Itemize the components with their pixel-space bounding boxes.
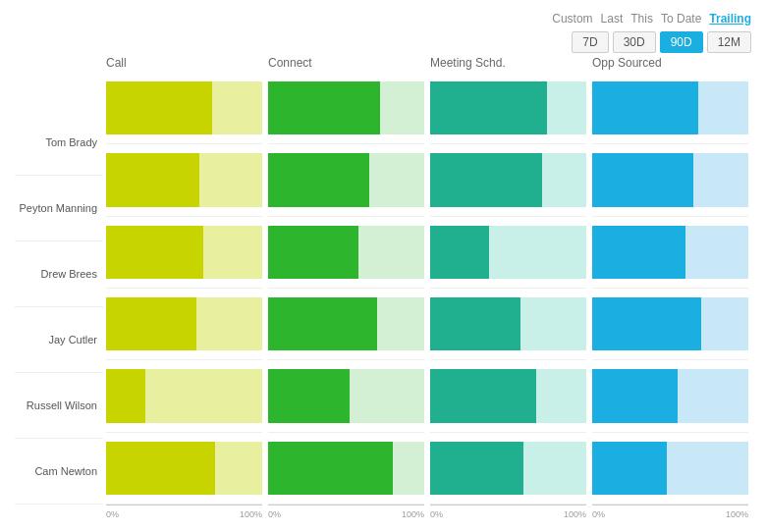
period-custom[interactable]: Custom [552,12,592,26]
main-title [15,10,552,35]
bar-wrap [592,369,748,422]
bar-row [106,144,262,216]
metric-header-1: Connect [268,53,424,73]
top-section: Custom Last This To Date Trailing 7D 30D… [15,10,751,53]
period-trailing[interactable]: Trailing [709,12,751,26]
axis-start: 0% [430,509,443,519]
bar-row [106,289,262,360]
metric-header-0: Call [106,53,262,73]
all-charts: Tom BradyPeyton ManningDrew BreesJay Cut… [15,53,751,522]
axis-start: 0% [106,509,119,519]
period-tabs: Custom Last This To Date Trailing [552,12,751,26]
bar-wrap [106,153,262,206]
bar-wrap [268,81,424,134]
bar-fill [430,153,542,206]
bar-row [106,433,262,505]
bar-wrap [268,297,424,350]
axis-end: 100% [726,509,748,519]
bar-fill [592,153,693,206]
bar-fill [106,297,196,350]
bar-fill [268,226,358,279]
bar-wrap [106,297,262,350]
bar-row [268,217,424,289]
bar-fill [592,81,698,134]
bar-wrap [268,369,424,422]
axis-start: 0% [592,509,605,519]
metric-bars-3 [592,73,748,505]
bar-fill [430,442,523,495]
bar-fill [268,81,380,134]
range-buttons: 7D 30D 90D 12M [572,31,751,53]
bar-row [106,360,262,432]
controls: Custom Last This To Date Trailing 7D 30D… [552,12,751,53]
bar-row [592,144,748,216]
bar-row [592,433,748,505]
bar-wrap [430,226,586,279]
bar-row [430,433,586,505]
bar-wrap [592,442,748,495]
bar-fill [592,442,667,495]
bar-wrap [106,369,262,422]
metric-col-meeting-schd.: Meeting Schd.0%100% [427,53,589,522]
bar-fill [430,81,547,134]
bar-row [268,289,424,360]
bar-wrap [268,226,424,279]
metric-header-2: Meeting Schd. [430,53,586,73]
bar-wrap [592,153,748,206]
range-7d[interactable]: 7D [572,31,608,53]
bar-wrap [268,153,424,206]
bar-row [106,73,262,144]
bar-fill [430,226,489,279]
person-name: Drew Brees [15,241,103,307]
person-name: Cam Newton [15,439,103,505]
bar-row [430,144,586,216]
period-this[interactable]: This [630,12,653,26]
range-12m[interactable]: 12M [707,31,751,53]
bar-fill [106,442,215,495]
person-name: Russell Wilson [15,373,103,439]
axis-footer: 0%100% [106,505,262,522]
axis-footer: 0%100% [592,505,748,522]
bar-row [268,360,424,432]
bar-fill [592,297,701,350]
range-30d[interactable]: 30D [613,31,656,53]
bar-fill [268,442,393,495]
bar-wrap [430,153,586,206]
axis-footer: 0%100% [430,505,586,522]
bar-fill [106,226,203,279]
bar-row [430,289,586,360]
bar-wrap [430,81,586,134]
bar-row [268,433,424,505]
metric-col-call: Call0%100% [103,53,265,522]
axis-footer: 0%100% [268,505,424,522]
metric-bars-2 [430,73,586,505]
axis-start: 0% [268,509,281,519]
bar-wrap [430,442,586,495]
bar-wrap [430,297,586,350]
bar-wrap [106,81,262,134]
bar-wrap [268,442,424,495]
metric-col-opp-sourced: Opp Sourced0%100% [589,53,751,522]
metric-header-3: Opp Sourced [592,53,748,73]
bar-wrap [106,442,262,495]
bar-wrap [592,297,748,350]
title-area [15,10,552,39]
bar-row [106,217,262,289]
bar-fill [592,369,678,422]
range-90d[interactable]: 90D [660,31,703,53]
metric-bars-1 [268,73,424,505]
bar-fill [430,297,520,350]
period-last[interactable]: Last [601,12,624,26]
bar-fill [268,297,377,350]
bar-fill [106,369,145,422]
bar-row [430,360,586,432]
person-name: Peyton Manning [15,176,103,241]
bar-row [592,360,748,432]
bar-row [268,73,424,144]
period-todate[interactable]: To Date [661,12,701,26]
person-name: Jay Cutler [15,307,103,373]
bar-fill [592,226,685,279]
page: Custom Last This To Date Trailing 7D 30D… [0,0,766,532]
bar-fill [268,369,350,422]
bar-row [268,144,424,216]
